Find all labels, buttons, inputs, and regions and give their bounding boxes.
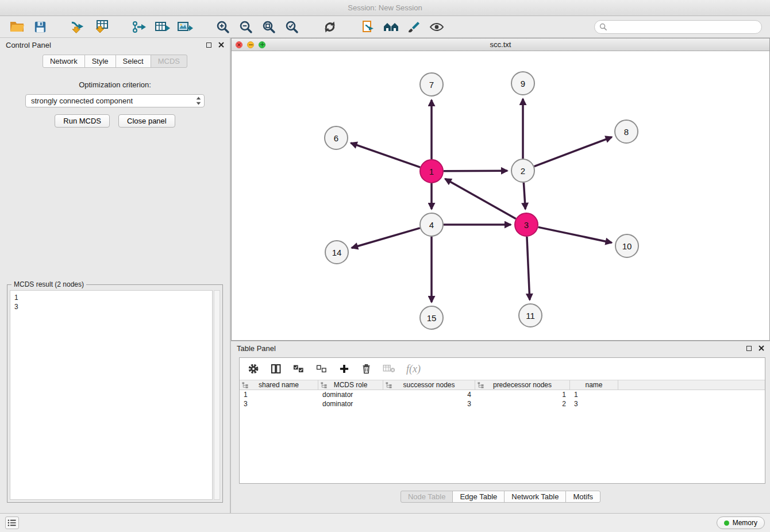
graph-node-3[interactable]: 3 bbox=[515, 213, 538, 236]
zoom-fit-button[interactable] bbox=[260, 18, 278, 36]
cell-mcds-role[interactable]: dominator bbox=[318, 391, 383, 399]
column-header-mcds-role[interactable]: MCDS role bbox=[318, 380, 383, 390]
graph-node-11[interactable]: 11 bbox=[519, 304, 542, 327]
graph-edge-1-2[interactable] bbox=[444, 171, 507, 171]
cell-name[interactable]: 3 bbox=[570, 400, 618, 408]
tab-style[interactable]: Style bbox=[84, 55, 116, 68]
apply-style-button[interactable] bbox=[405, 18, 423, 36]
table-settings-button[interactable] bbox=[248, 363, 259, 375]
window-title: Session: New Session bbox=[348, 3, 422, 12]
graph-edge-3-11[interactable] bbox=[527, 237, 530, 300]
graph-node-2[interactable]: 2 bbox=[511, 159, 534, 182]
export-table-button[interactable] bbox=[153, 18, 171, 36]
optimization-criterion-dropdown[interactable]: strongly connected component bbox=[25, 94, 205, 107]
search-input[interactable] bbox=[610, 23, 757, 31]
search-box[interactable] bbox=[594, 20, 762, 34]
control-panel-spacer bbox=[0, 128, 230, 284]
graph-node-15[interactable]: 15 bbox=[420, 306, 443, 329]
network-graph[interactable]: 7968124314101511 bbox=[232, 51, 769, 340]
save-session-button[interactable] bbox=[31, 18, 49, 36]
graph-edge-4-14[interactable] bbox=[352, 228, 420, 248]
run-mcds-button[interactable]: Run MCDS bbox=[55, 114, 110, 128]
window-titlebar: Session: New Session bbox=[0, 0, 770, 16]
column-header-name[interactable]: name bbox=[570, 380, 618, 390]
tab-select[interactable]: Select bbox=[116, 55, 151, 68]
add-row-button[interactable] bbox=[338, 363, 350, 375]
float-panel-icon[interactable] bbox=[746, 346, 752, 351]
show-graphics-details-button[interactable] bbox=[428, 18, 446, 36]
cell-successor-nodes[interactable]: 4 bbox=[383, 391, 475, 399]
zoom-out-button[interactable] bbox=[237, 18, 255, 36]
cell-shared-name[interactable]: 3 bbox=[240, 400, 318, 408]
column-label: MCDS role bbox=[334, 381, 368, 389]
graph-node-6[interactable]: 6 bbox=[325, 126, 348, 149]
function-builder-button[interactable]: f(x) bbox=[406, 363, 421, 375]
cell-shared-name[interactable]: 1 bbox=[240, 391, 318, 399]
cell-predecessor-nodes[interactable]: 2 bbox=[475, 400, 570, 408]
tab-network[interactable]: Network bbox=[43, 55, 85, 68]
graph-node-7[interactable]: 7 bbox=[420, 73, 443, 96]
select-all-icon bbox=[292, 364, 305, 374]
column-header-successor-nodes[interactable]: successor nodes bbox=[383, 380, 475, 390]
graph-edge-1-6[interactable] bbox=[351, 143, 420, 167]
delete-row-button[interactable] bbox=[361, 363, 372, 375]
close-panel-icon[interactable] bbox=[759, 345, 764, 351]
graph-edge-3-10[interactable] bbox=[538, 227, 612, 242]
graph-node-14[interactable]: 14 bbox=[325, 241, 348, 264]
import-network-icon bbox=[71, 20, 86, 34]
graph-node-label: 7 bbox=[429, 80, 434, 90]
column-header-predecessor-nodes[interactable]: predecessor nodes bbox=[475, 380, 570, 390]
tab-edge-table[interactable]: Edge Table bbox=[452, 491, 505, 503]
save-icon bbox=[34, 21, 47, 33]
column-header-shared-name[interactable]: shared name bbox=[240, 380, 318, 390]
select-all-button[interactable] bbox=[292, 364, 305, 374]
task-history-button[interactable] bbox=[5, 516, 19, 529]
deselect-all-button[interactable] bbox=[315, 364, 328, 374]
open-file-button[interactable] bbox=[8, 18, 26, 36]
column-tree-icon bbox=[321, 382, 327, 388]
clone-network-button[interactable] bbox=[359, 18, 377, 36]
graph-edge-3-1[interactable] bbox=[445, 179, 516, 218]
delete-column-button[interactable] bbox=[383, 364, 395, 373]
control-panel-title: Control Panel bbox=[6, 41, 51, 49]
table-row[interactable]: 3 dominator 3 2 3 bbox=[240, 399, 765, 408]
import-table-button[interactable] bbox=[92, 18, 110, 36]
cell-successor-nodes[interactable]: 3 bbox=[383, 400, 475, 408]
cell-predecessor-nodes[interactable]: 1 bbox=[475, 391, 570, 399]
cell-mcds-role[interactable]: dominator bbox=[318, 400, 383, 408]
first-neighbors-icon bbox=[383, 21, 399, 33]
graph-edge-2-3[interactable] bbox=[523, 183, 525, 209]
search-icon bbox=[599, 23, 607, 30]
memory-button[interactable]: Memory bbox=[717, 516, 765, 529]
tab-node-table[interactable]: Node Table bbox=[401, 491, 453, 503]
graph-node-1[interactable]: 1 bbox=[420, 160, 443, 183]
table-row[interactable]: 1 dominator 4 1 1 bbox=[240, 390, 765, 399]
mcds-result-list[interactable]: 1 3 bbox=[10, 290, 213, 500]
graph-edge-2-8[interactable] bbox=[534, 137, 612, 167]
control-panel: Control Panel Network Style Select MCDS … bbox=[0, 38, 231, 513]
cell-name[interactable]: 1 bbox=[570, 391, 618, 399]
graph-node-9[interactable]: 9 bbox=[511, 72, 534, 95]
export-image-button[interactable] bbox=[176, 18, 194, 36]
refresh-view-button[interactable] bbox=[321, 18, 339, 36]
tab-mcds[interactable]: MCDS bbox=[151, 55, 187, 68]
import-network-button[interactable] bbox=[69, 18, 87, 36]
graph-node-10[interactable]: 10 bbox=[615, 234, 638, 257]
close-panel-icon[interactable] bbox=[218, 42, 224, 48]
float-panel-icon[interactable] bbox=[206, 43, 211, 48]
zoom-selected-button[interactable] bbox=[283, 18, 301, 36]
zoom-in-button[interactable] bbox=[214, 18, 232, 36]
first-neighbors-button[interactable] bbox=[382, 18, 400, 36]
graph-node-8[interactable]: 8 bbox=[615, 120, 638, 143]
table-toolbar: f(x) bbox=[240, 358, 765, 380]
node-table-container: f(x) shared name bbox=[239, 357, 765, 484]
column-label: name bbox=[585, 381, 602, 389]
close-panel-button[interactable]: Close panel bbox=[118, 114, 175, 128]
tab-network-table[interactable]: Network Table bbox=[504, 491, 566, 503]
show-columns-button[interactable] bbox=[270, 363, 282, 375]
result-scrollbar[interactable] bbox=[214, 290, 220, 500]
export-network-button[interactable] bbox=[130, 18, 148, 36]
graph-node-4[interactable]: 4 bbox=[420, 213, 443, 236]
tab-motifs[interactable]: Motifs bbox=[565, 491, 600, 503]
network-canvas[interactable]: 7968124314101511 bbox=[232, 51, 769, 340]
